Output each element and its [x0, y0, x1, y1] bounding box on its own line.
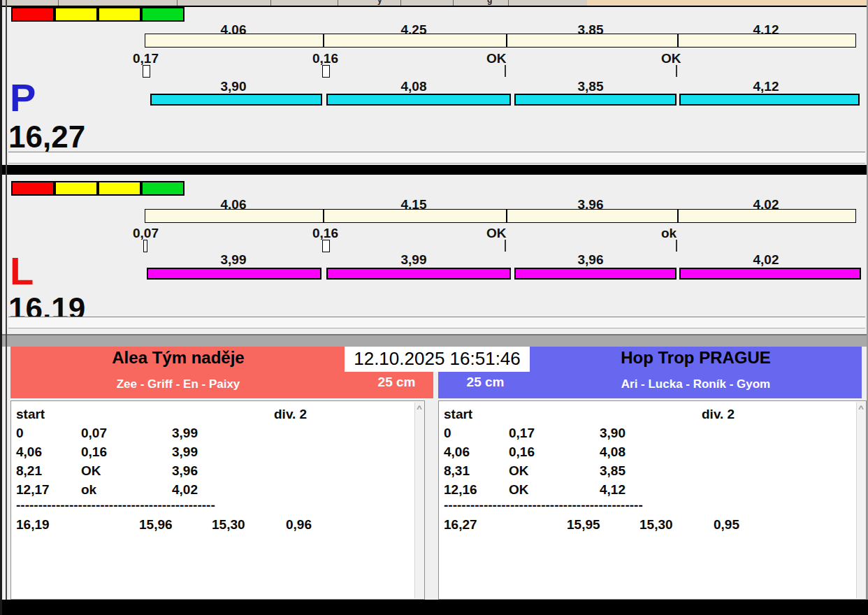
- result-table-right[interactable]: start div. 2 0 0,17 3,90 4,06 0,16 4,08 …: [438, 400, 867, 600]
- lane-status-strip-p: [8, 152, 865, 164]
- window-top-edge: [587, 0, 868, 6]
- traffic-light-yellow: [98, 7, 141, 22]
- table-cell: 0,17: [509, 426, 535, 441]
- split-value: 3,90: [221, 79, 247, 94]
- lane-divider: [0, 165, 868, 175]
- fault-value: 0,17: [133, 51, 159, 66]
- lane-status-strip-l: [8, 317, 865, 328]
- table-cell: OK: [509, 463, 529, 479]
- fault-marker: [322, 240, 330, 252]
- table-total: 15,96: [139, 517, 173, 533]
- team-name-left: Alea Tým naděje: [10, 348, 346, 368]
- panel-left-border: [6, 0, 7, 600]
- traffic-light-green: [141, 7, 185, 22]
- menu-separator: [177, 0, 178, 6]
- menu-separator: [400, 0, 401, 6]
- lane-letter-l: L: [10, 253, 34, 289]
- fault-value: 0,07: [133, 226, 159, 241]
- split-bar-reference-p: [145, 34, 856, 48]
- table-cell: 12,16: [444, 482, 477, 498]
- split-value: 4,02: [753, 252, 779, 268]
- ok-tick: [676, 240, 677, 252]
- menu-separator: [338, 0, 338, 6]
- bar-divider: [677, 210, 679, 222]
- table-cell: ok: [81, 482, 96, 498]
- traffic-light-red: [11, 7, 55, 22]
- menu-separator: [453, 0, 454, 6]
- ok-tick: [676, 65, 677, 77]
- lap-bar-segment: [147, 268, 321, 280]
- race-display-window: ý g 4,06 4,25 3,85 4,12 0,17 0,16 OK OK …: [0, 0, 868, 615]
- handicap-right: 25 cm: [449, 375, 522, 390]
- bar-divider: [506, 210, 507, 222]
- scroll-up-icon[interactable]: ^: [415, 403, 424, 414]
- menu-separator: [58, 0, 59, 6]
- split-value: 3,85: [578, 79, 604, 94]
- scroll-up-icon[interactable]: ^: [857, 403, 865, 414]
- table-separator: ----------------------------------------…: [16, 498, 215, 513]
- handicap-left: 25 cm: [360, 375, 433, 390]
- table-cell: 4,02: [172, 482, 198, 498]
- table-cell: 3,99: [172, 444, 198, 460]
- table-total: 0,96: [286, 517, 312, 533]
- table-total: 15,95: [567, 517, 600, 533]
- teams-band-background: [0, 335, 868, 347]
- table-cell: 12,17: [16, 482, 50, 498]
- lap-bar-segment: [679, 268, 861, 280]
- table-cell: 4,12: [600, 482, 625, 498]
- lane-panel-l: 4,06 4,15 3,96 4,02 0,07 0,16 OK ok 3,99…: [0, 176, 868, 334]
- table-cell: 3,96: [172, 463, 198, 479]
- team-lineup-right: Ari - Lucka - Roník - Gyom: [530, 377, 862, 391]
- fault-value: 0,16: [312, 51, 338, 66]
- table-cell: 4,08: [600, 444, 625, 460]
- lap-bar-segment: [514, 268, 677, 280]
- table-cell: 0,16: [509, 444, 535, 460]
- scrollbar-track[interactable]: ^: [856, 402, 866, 598]
- split-value: 3,99: [401, 252, 427, 268]
- table-cell: 8,21: [16, 463, 42, 479]
- bar-divider: [323, 210, 324, 222]
- table-cell: 4,06: [444, 444, 470, 460]
- fault-value: ok: [661, 226, 677, 241]
- table-total: 15,30: [639, 517, 673, 533]
- split-value: 4,12: [753, 79, 779, 94]
- lane-panel-p: 4,06 4,25 3,85 4,12 0,17 0,16 OK OK 3,90…: [0, 6, 868, 164]
- table-cell: OK: [81, 463, 101, 479]
- team-name-right: Hop Trop PRAGUE: [530, 348, 862, 368]
- lane-letter-p: P: [10, 80, 36, 116]
- table-total: 16,27: [444, 517, 477, 533]
- table-cell: 8,31: [444, 463, 470, 479]
- ok-tick: [505, 240, 506, 252]
- table-cell: 0,07: [81, 426, 107, 441]
- table-header-division: div. 2: [274, 407, 307, 422]
- table-cell: 3,99: [172, 426, 198, 441]
- table-cell: 0: [16, 426, 24, 441]
- bar-divider: [677, 34, 679, 47]
- traffic-light-yellow: [98, 181, 141, 196]
- table-header-division: div. 2: [702, 407, 735, 422]
- fault-value: OK: [661, 51, 681, 66]
- lap-bar-segment: [150, 94, 322, 106]
- table-cell: 3,85: [600, 463, 625, 479]
- lap-bar-segment: [514, 94, 677, 106]
- result-table-left[interactable]: start div. 2 0 0,07 3,99 4,06 0,16 3,99 …: [10, 400, 425, 600]
- bar-divider: [506, 34, 507, 47]
- window-left-border: [0, 0, 2, 615]
- table-total: 0,95: [714, 517, 739, 533]
- table-cell: 0,16: [81, 444, 107, 460]
- menu-strip-remnant[interactable]: ý g: [0, 0, 587, 6]
- table-cell: 3,90: [600, 426, 625, 441]
- split-bar-reference-l: [145, 209, 856, 223]
- traffic-light-green: [141, 181, 185, 196]
- ok-tick: [505, 65, 506, 77]
- fault-marker: [143, 65, 150, 78]
- team-lineup-left: Zee - Griff - En - Paixy: [10, 377, 346, 391]
- bar-divider: [323, 34, 324, 47]
- lap-bar-segment: [679, 94, 860, 106]
- fault-value: 0,16: [312, 226, 338, 241]
- scrollbar-track[interactable]: ^: [414, 402, 424, 598]
- datetime-display: 12.10.2025 16:51:46: [345, 347, 530, 372]
- fault-value: OK: [486, 226, 507, 241]
- table-cell: 0: [444, 426, 451, 441]
- table-cell: 4,06: [16, 444, 42, 460]
